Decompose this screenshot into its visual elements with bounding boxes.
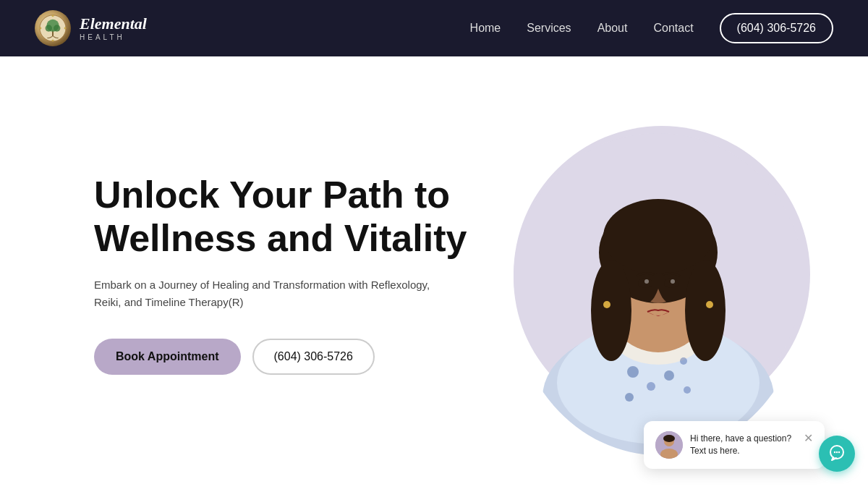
hero-title: Unlock Your Path to Wellness and Vitalit…: [94, 174, 521, 260]
svg-point-24: [647, 382, 655, 391]
hero-subtitle: Embark on a Journey of Healing and Trans…: [94, 276, 441, 311]
chat-text: Hi there, have a question? Text us here.: [690, 433, 796, 457]
book-appointment-button[interactable]: Book Appointment: [94, 339, 241, 375]
logo-brand-sub: HEALTH: [80, 33, 147, 41]
svg-point-18: [603, 199, 713, 274]
svg-point-7: [52, 40, 54, 42]
nav-contact[interactable]: Contact: [653, 22, 693, 35]
nav-links: Home Services About Contact (604) 306-57…: [470, 13, 833, 43]
svg-point-8: [39, 27, 41, 30]
svg-point-5: [52, 14, 54, 17]
svg-point-26: [684, 386, 691, 394]
svg-point-16: [591, 260, 631, 361]
svg-point-27: [625, 393, 634, 402]
hero-phone-button[interactable]: (604) 306-5726: [252, 339, 375, 375]
svg-point-34: [663, 435, 675, 442]
logo[interactable]: Elemental HEALTH: [35, 10, 147, 46]
chat-message-line2: Text us here.: [690, 445, 796, 457]
nav-home[interactable]: Home: [470, 22, 501, 35]
hero-title-line1: Unlock Your Path to: [94, 174, 450, 216]
svg-point-37: [836, 451, 838, 453]
svg-point-6: [64, 27, 67, 30]
svg-point-21: [644, 279, 649, 284]
chat-fab-button[interactable]: [819, 436, 855, 472]
hero-person-image: [510, 115, 807, 455]
nav-services[interactable]: Services: [527, 22, 571, 35]
svg-point-4: [54, 25, 61, 32]
hero-buttons: Book Appointment (604) 306-5726: [94, 339, 521, 375]
navbar: Elemental HEALTH Home Services About Con…: [0, 0, 868, 56]
svg-point-23: [627, 366, 639, 378]
nav-about[interactable]: About: [597, 22, 628, 35]
chat-close-icon[interactable]: ✕: [804, 431, 813, 445]
logo-text: Elemental HEALTH: [80, 15, 147, 41]
svg-point-22: [671, 279, 675, 284]
hero-image-area: [506, 104, 810, 444]
logo-icon: [35, 10, 71, 46]
chat-avatar: [655, 431, 683, 459]
svg-point-38: [838, 451, 840, 453]
chat-message-line1: Hi there, have a question?: [690, 433, 796, 445]
svg-point-17: [685, 260, 726, 361]
svg-point-28: [680, 357, 687, 365]
nav-phone-button[interactable]: (604) 306-5726: [720, 13, 833, 43]
hero-section: Unlock Your Path to Wellness and Vitalit…: [0, 56, 868, 492]
svg-point-29: [603, 301, 610, 308]
svg-point-3: [46, 25, 53, 32]
logo-brand-name: Elemental: [80, 15, 147, 33]
hero-content: Unlock Your Path to Wellness and Vitalit…: [94, 174, 521, 375]
svg-point-36: [834, 451, 835, 453]
svg-point-30: [706, 301, 713, 308]
chat-widget: Hi there, have a question? Text us here.…: [644, 421, 825, 469]
hero-title-line2: Wellness and Vitality: [94, 217, 467, 259]
svg-point-25: [664, 370, 674, 381]
